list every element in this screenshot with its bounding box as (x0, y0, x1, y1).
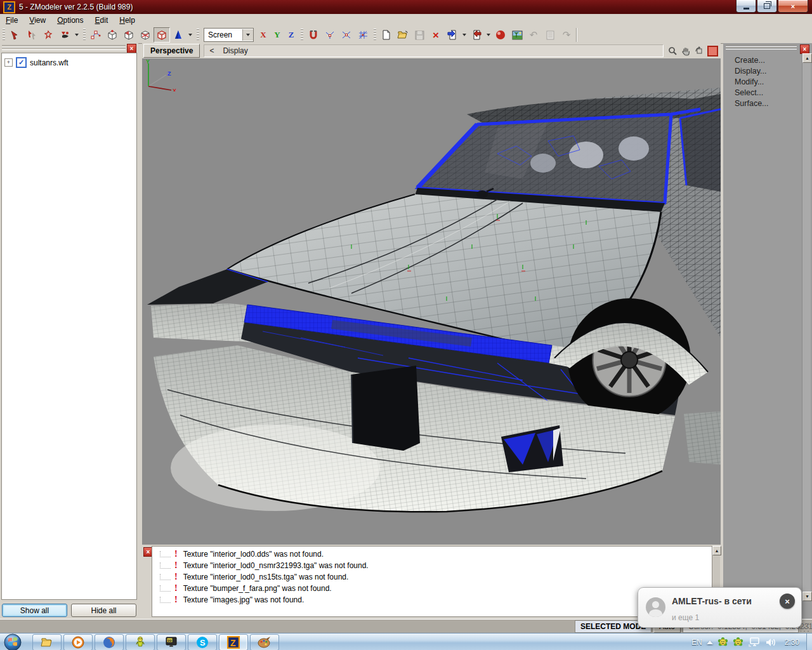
weld-vertices-icon[interactable] (322, 27, 338, 43)
select-dropdown-icon[interactable] (75, 34, 79, 36)
taskbar-explorer-button[interactable] (32, 634, 62, 650)
polygons-mode-icon[interactable] (137, 27, 154, 43)
select-lasso-icon[interactable] (56, 27, 73, 43)
viewport-breadcrumb-bar[interactable]: < Display (204, 44, 664, 57)
notification-popup[interactable]: AMLET-rus- в сети и еще 1 × (638, 587, 802, 628)
history-icon (542, 27, 558, 43)
command-surface[interactable]: Surface... (735, 99, 769, 110)
objects-mode-icon[interactable] (154, 27, 170, 43)
network-icon[interactable] (748, 637, 761, 647)
menu-file[interactable]: File (0, 15, 23, 26)
taskbar: 99 S Z EN 2:30 (0, 633, 812, 650)
select-single-icon[interactable] (7, 27, 23, 43)
language-indicator[interactable]: EN (691, 638, 702, 647)
command-modify[interactable]: Modify... (735, 77, 769, 88)
title-bar[interactable]: Z 5 - ZModeler ver 2.2.5 (Build 989) × (0, 0, 812, 14)
taskbar-qip-button[interactable] (126, 634, 155, 650)
scene-tree[interactable]: + ✓ sultanrs.wft (1, 53, 137, 600)
pivot-mode-icon[interactable] (170, 27, 187, 43)
restore-icon (764, 3, 770, 9)
clock[interactable]: 2:30 (785, 638, 799, 647)
import-dropdown-icon[interactable] (487, 34, 490, 36)
menu-view[interactable]: View (23, 15, 51, 26)
commands-scroll-up-icon[interactable]: ▲ (802, 53, 812, 63)
export-icon[interactable] (444, 27, 461, 43)
hidden-icons-button[interactable] (707, 640, 713, 644)
menu-help[interactable]: Help (114, 15, 141, 26)
axis-x-button[interactable]: X (256, 29, 270, 41)
vertices-mode-icon[interactable] (88, 27, 104, 43)
axis-z-button[interactable]: Z (284, 29, 298, 41)
close-button[interactable]: × (778, 0, 808, 13)
volume-icon[interactable] (765, 637, 776, 647)
restore-button[interactable] (757, 0, 777, 13)
pivot-dropdown-icon[interactable] (188, 34, 192, 36)
log-list[interactable]: !Texture "interior_lod0.dds" was not fou… (152, 546, 712, 617)
tree-expand-icon[interactable]: + (4, 58, 13, 67)
break-vertices-icon[interactable] (338, 27, 355, 43)
resize-grip[interactable] (801, 621, 811, 632)
taskbar-zmodeler-button[interactable]: Z (219, 634, 248, 650)
delete-icon[interactable]: × (428, 27, 444, 43)
show-desktop-button[interactable] (806, 633, 812, 650)
faces-mode-icon[interactable] (121, 27, 137, 43)
new-file-icon[interactable] (378, 27, 395, 43)
notification-close-button[interactable]: × (780, 594, 795, 609)
qip-flower-icon-2[interactable] (733, 637, 743, 647)
svg-text:S: S (200, 637, 206, 647)
warning-icon: ! (174, 572, 178, 582)
perspective-viewport[interactable]: Y Z X (142, 58, 721, 545)
start-button[interactable] (2, 634, 23, 650)
breadcrumb[interactable]: Display (223, 46, 247, 55)
command-display[interactable]: Display... (735, 67, 769, 77)
pan-tool-icon[interactable] (681, 46, 691, 56)
command-select[interactable]: Select... (735, 88, 769, 99)
texture-browser-icon[interactable] (509, 27, 525, 43)
zoom-tool-icon[interactable] (667, 46, 678, 56)
open-file-icon[interactable] (395, 27, 411, 43)
material-sphere-icon[interactable] (492, 27, 509, 43)
taskbar-skype-button[interactable]: S (188, 634, 217, 650)
toolbar-grip[interactable] (197, 29, 199, 41)
tree-item-label[interactable]: sultanrs.wft (30, 58, 69, 67)
edges-mode-icon[interactable] (104, 27, 121, 43)
import-icon[interactable] (468, 27, 485, 43)
redo-icon: ↷ (558, 27, 575, 43)
screen-combobox[interactable]: Screen (204, 28, 254, 42)
tree-checkbox[interactable]: ✓ (16, 57, 27, 68)
minimize-button[interactable] (736, 0, 756, 13)
export-dropdown-icon[interactable] (462, 34, 466, 36)
maximize-view-icon[interactable] (707, 46, 718, 56)
breadcrumb-back[interactable]: < (209, 46, 214, 55)
magnet-icon[interactable] (305, 27, 322, 43)
taskbar-mediaplayer-button[interactable] (63, 634, 93, 650)
log-scroll-up-icon[interactable]: ▲ (712, 546, 721, 555)
taskbar-paint-button[interactable] (250, 634, 279, 650)
select-quadr-icon[interactable] (40, 27, 56, 43)
commands-panel-close-button[interactable]: × (800, 44, 809, 54)
undo-icon: ↶ (525, 27, 542, 43)
qip-flower-icon[interactable] (717, 637, 728, 647)
command-create[interactable]: Create... (735, 56, 769, 67)
commands-scrollbar[interactable]: ▲ ▼ (802, 53, 811, 601)
perspective-button[interactable]: Perspective (143, 44, 200, 58)
scene-panel-close-button[interactable]: × (127, 44, 136, 53)
axis-y-button[interactable]: Y (270, 29, 284, 41)
tree-row-sultanrs[interactable]: + ✓ sultanrs.wft (2, 53, 136, 72)
snap-grid-icon[interactable] (355, 27, 371, 43)
menu-options[interactable]: Options (51, 15, 89, 26)
toolbar-grip[interactable] (374, 29, 376, 41)
show-all-button[interactable]: Show all (2, 604, 67, 617)
rotate-view-icon[interactable] (694, 46, 705, 56)
commands-scroll-down-icon[interactable]: ▼ (802, 592, 812, 601)
hide-all-button[interactable]: Hide all (71, 604, 136, 617)
menu-edit[interactable]: Edit (89, 15, 114, 26)
taskbar-firefox-button[interactable] (95, 634, 124, 650)
toolbar-grip[interactable] (301, 29, 303, 41)
save-file-icon (411, 27, 428, 43)
taskbar-messenger-button[interactable]: 99 (157, 634, 186, 650)
toolbar-grip[interactable] (3, 29, 5, 41)
select-separated-icon[interactable] (23, 27, 40, 43)
screen-combobox-arrow[interactable] (242, 29, 253, 41)
toolbar-grip[interactable] (83, 29, 86, 41)
